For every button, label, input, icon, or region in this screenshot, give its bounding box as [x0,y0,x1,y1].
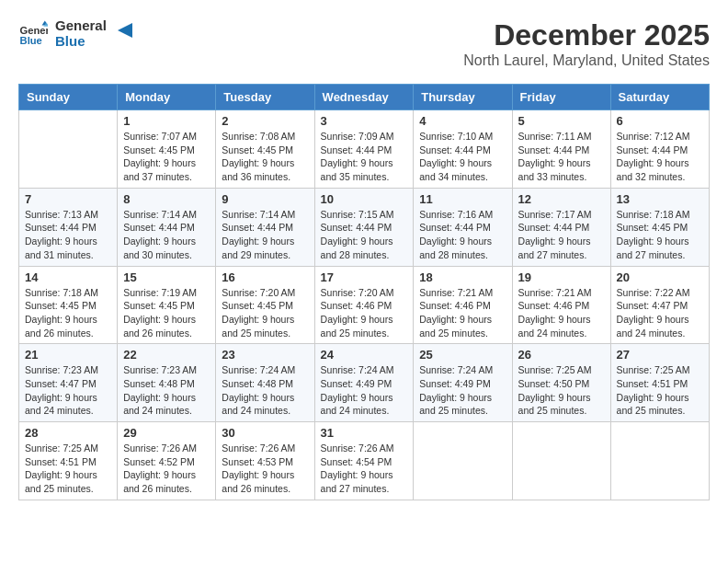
calendar-cell [512,422,610,500]
calendar-cell: 11Sunrise: 7:16 AMSunset: 4:44 PMDayligh… [414,188,512,266]
day-info: Sunrise: 7:10 AMSunset: 4:44 PMDaylight:… [419,130,506,184]
day-number: 27 [617,348,703,362]
calendar-cell: 2Sunrise: 7:08 AMSunset: 4:45 PMDaylight… [216,110,314,189]
calendar-table: SundayMondayTuesdayWednesdayThursdayFrid… [18,84,710,500]
calendar-cell: 27Sunrise: 7:25 AMSunset: 4:51 PMDayligh… [610,344,709,422]
day-info: Sunrise: 7:24 AMSunset: 4:48 PMDaylight:… [222,363,308,418]
calendar-cell: 30Sunrise: 7:26 AMSunset: 4:53 PMDayligh… [216,422,314,500]
day-info: Sunrise: 7:25 AMSunset: 4:50 PMDaylight:… [518,363,605,418]
calendar-cell: 29Sunrise: 7:26 AMSunset: 4:52 PMDayligh… [118,422,216,500]
day-info: Sunrise: 7:21 AMSunset: 4:46 PMDaylight:… [518,286,605,340]
location: North Laurel, Maryland, United States [463,52,710,69]
day-number: 3 [321,114,408,128]
day-info: Sunrise: 7:25 AMSunset: 4:51 PMDaylight:… [617,363,703,418]
day-number: 11 [419,192,506,206]
day-info: Sunrise: 7:14 AMSunset: 4:44 PMDaylight:… [123,208,210,262]
day-number: 2 [222,114,308,128]
calendar-cell: 22Sunrise: 7:23 AMSunset: 4:48 PMDayligh… [118,344,216,422]
logo-icon: General Blue [18,19,48,49]
day-info: Sunrise: 7:08 AMSunset: 4:45 PMDaylight:… [222,130,308,184]
day-info: Sunrise: 7:20 AMSunset: 4:45 PMDaylight:… [222,286,308,340]
calendar-cell: 25Sunrise: 7:24 AMSunset: 4:49 PMDayligh… [414,344,512,422]
calendar-cell: 9Sunrise: 7:14 AMSunset: 4:44 PMDaylight… [216,188,314,266]
header-friday: Friday [512,85,610,110]
calendar-cell: 23Sunrise: 7:24 AMSunset: 4:48 PMDayligh… [216,344,314,422]
calendar-cell: 8Sunrise: 7:14 AMSunset: 4:44 PMDaylight… [118,188,216,266]
header-thursday: Thursday [414,85,512,110]
logo-blue: Blue [55,34,107,50]
header-sunday: Sunday [19,85,118,110]
day-number: 21 [25,348,111,362]
day-number: 22 [123,348,210,362]
day-number: 9 [222,192,308,206]
calendar-cell: 10Sunrise: 7:15 AMSunset: 4:44 PMDayligh… [314,188,414,266]
day-number: 5 [518,114,605,128]
day-number: 10 [321,192,408,206]
calendar-cell: 14Sunrise: 7:18 AMSunset: 4:45 PMDayligh… [19,266,118,344]
calendar-cell: 20Sunrise: 7:22 AMSunset: 4:47 PMDayligh… [610,266,709,344]
calendar-cell [19,110,118,189]
svg-marker-4 [118,23,132,38]
day-info: Sunrise: 7:26 AMSunset: 4:53 PMDaylight:… [222,442,308,496]
calendar-cell [414,422,512,500]
page-header: General Blue General Blue December 2025 … [18,18,710,69]
calendar-week-5: 28Sunrise: 7:25 AMSunset: 4:51 PMDayligh… [19,422,710,500]
calendar-week-4: 21Sunrise: 7:23 AMSunset: 4:47 PMDayligh… [19,344,710,422]
day-info: Sunrise: 7:16 AMSunset: 4:44 PMDaylight:… [419,208,506,262]
day-info: Sunrise: 7:19 AMSunset: 4:45 PMDaylight:… [123,286,210,340]
calendar-cell: 12Sunrise: 7:17 AMSunset: 4:44 PMDayligh… [512,188,610,266]
day-info: Sunrise: 7:23 AMSunset: 4:47 PMDaylight:… [25,363,111,418]
day-info: Sunrise: 7:24 AMSunset: 4:49 PMDaylight:… [321,363,408,418]
day-info: Sunrise: 7:26 AMSunset: 4:54 PMDaylight:… [321,442,408,496]
calendar-cell: 31Sunrise: 7:26 AMSunset: 4:54 PMDayligh… [314,422,414,500]
day-info: Sunrise: 7:11 AMSunset: 4:44 PMDaylight:… [518,130,605,184]
day-number: 20 [617,270,703,284]
logo-chevron-icon [112,17,138,43]
calendar-header-row: SundayMondayTuesdayWednesdayThursdayFrid… [19,85,710,110]
day-number: 16 [222,270,308,284]
calendar-cell: 26Sunrise: 7:25 AMSunset: 4:50 PMDayligh… [512,344,610,422]
header-monday: Monday [118,85,216,110]
calendar-week-1: 1Sunrise: 7:07 AMSunset: 4:45 PMDaylight… [19,110,710,189]
calendar-cell: 4Sunrise: 7:10 AMSunset: 4:44 PMDaylight… [414,110,512,189]
svg-text:Blue: Blue [20,35,42,46]
calendar-cell: 15Sunrise: 7:19 AMSunset: 4:45 PMDayligh… [118,266,216,344]
day-info: Sunrise: 7:26 AMSunset: 4:52 PMDaylight:… [123,442,210,496]
header-tuesday: Tuesday [216,85,314,110]
calendar-cell: 18Sunrise: 7:21 AMSunset: 4:46 PMDayligh… [414,266,512,344]
day-info: Sunrise: 7:13 AMSunset: 4:44 PMDaylight:… [25,208,111,262]
calendar-cell: 28Sunrise: 7:25 AMSunset: 4:51 PMDayligh… [19,422,118,500]
day-info: Sunrise: 7:20 AMSunset: 4:46 PMDaylight:… [321,286,408,340]
day-number: 15 [123,270,210,284]
day-info: Sunrise: 7:23 AMSunset: 4:48 PMDaylight:… [123,363,210,418]
day-info: Sunrise: 7:17 AMSunset: 4:44 PMDaylight:… [518,208,605,262]
day-info: Sunrise: 7:12 AMSunset: 4:44 PMDaylight:… [617,130,703,184]
day-info: Sunrise: 7:07 AMSunset: 4:45 PMDaylight:… [123,130,210,184]
title-area: December 2025 North Laurel, Maryland, Un… [463,18,710,69]
day-number: 4 [419,114,506,128]
day-number: 31 [321,426,408,440]
day-info: Sunrise: 7:18 AMSunset: 4:45 PMDaylight:… [617,208,703,262]
day-info: Sunrise: 7:14 AMSunset: 4:44 PMDaylight:… [222,208,308,262]
day-number: 24 [321,348,408,362]
calendar-cell: 3Sunrise: 7:09 AMSunset: 4:44 PMDaylight… [314,110,414,189]
calendar-cell: 5Sunrise: 7:11 AMSunset: 4:44 PMDaylight… [512,110,610,189]
day-number: 18 [419,270,506,284]
day-number: 14 [25,270,111,284]
calendar-week-2: 7Sunrise: 7:13 AMSunset: 4:44 PMDaylight… [19,188,710,266]
day-number: 17 [321,270,408,284]
calendar-cell [610,422,709,500]
calendar-cell: 19Sunrise: 7:21 AMSunset: 4:46 PMDayligh… [512,266,610,344]
calendar-week-3: 14Sunrise: 7:18 AMSunset: 4:45 PMDayligh… [19,266,710,344]
day-info: Sunrise: 7:22 AMSunset: 4:47 PMDaylight:… [617,286,703,340]
calendar-cell: 7Sunrise: 7:13 AMSunset: 4:44 PMDaylight… [19,188,118,266]
day-info: Sunrise: 7:25 AMSunset: 4:51 PMDaylight:… [25,442,111,496]
calendar-cell: 17Sunrise: 7:20 AMSunset: 4:46 PMDayligh… [314,266,414,344]
month-title: December 2025 [463,18,710,52]
day-number: 26 [518,348,605,362]
day-number: 23 [222,348,308,362]
logo: General Blue General Blue [18,18,138,49]
day-info: Sunrise: 7:21 AMSunset: 4:46 PMDaylight:… [419,286,506,340]
day-number: 6 [617,114,703,128]
calendar-cell: 16Sunrise: 7:20 AMSunset: 4:45 PMDayligh… [216,266,314,344]
